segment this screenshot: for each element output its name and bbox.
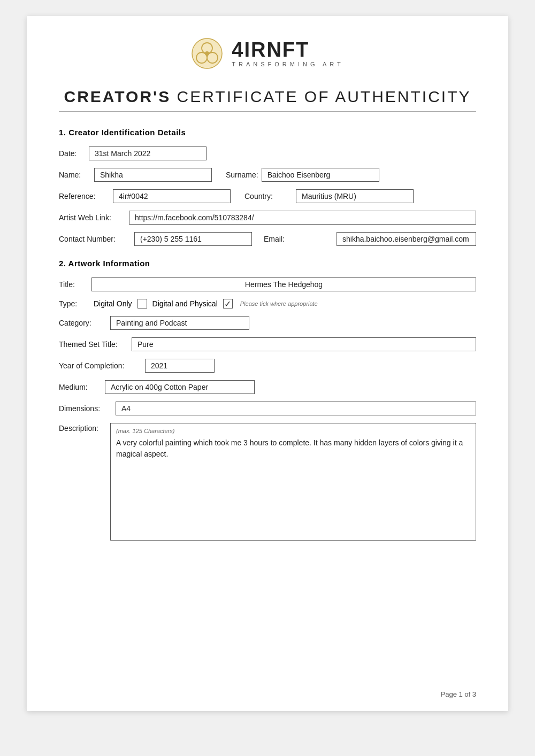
reference-row: Reference: 4ir#0042 Country: Mauritius (… (59, 189, 476, 203)
medium-label: Medium: (59, 383, 102, 391)
description-hint: (max. 125 Characters) (116, 428, 470, 434)
artwork-title-row: Title: Hermes The Hedgehog (59, 277, 476, 291)
digital-physical-checkbox[interactable]: ✓ (223, 299, 233, 308)
category-label: Category: (59, 319, 107, 327)
name-input[interactable]: Shikha (94, 168, 212, 182)
name-row: Name: Shikha Surname: Baichoo Eisenberg (59, 168, 476, 182)
page-footer: Page 1 of 3 (441, 690, 477, 698)
country-input[interactable]: Mauritius (MRU) (296, 189, 414, 203)
reference-label: Reference: (59, 192, 110, 200)
surname-label: Surname: (226, 171, 258, 179)
medium-row: Medium: Acrylic on 400g Cotton Paper (59, 380, 476, 394)
category-row: Category: Painting and Podcast (59, 316, 476, 330)
cert-title-light: CERTIFICATE OF AUTHENTICITY (171, 88, 471, 105)
artwork-title-label: Title: (59, 280, 88, 289)
weblink-row: Artist Web Link: https://m.facebook.com/… (59, 211, 476, 225)
description-label: Description: (59, 423, 107, 433)
reference-input[interactable]: 4ir#0042 (113, 189, 231, 203)
please-tick-label: Please tick where appropriate (240, 300, 318, 307)
contact-row: Contact Number: (+230) 5 255 1161 Email:… (59, 232, 476, 246)
year-input[interactable]: 2021 (145, 359, 215, 373)
dimensions-input[interactable]: A4 (116, 402, 476, 415)
weblink-input[interactable]: https://m.facebook.com/510783284/ (129, 211, 476, 225)
header: 4IRNFT TRANSFORMING ART (59, 37, 476, 72)
certificate-page: 4IRNFT TRANSFORMING ART CREATOR'S CERTIF… (27, 16, 508, 711)
weblink-label: Artist Web Link: (59, 213, 126, 222)
digital-only-checkbox[interactable] (137, 299, 147, 308)
section1: 1. Creator Identification Details Date: … (59, 128, 476, 246)
page-number: Page 1 of 3 (441, 690, 477, 698)
dimensions-row: Dimensions: A4 (59, 402, 476, 415)
year-row: Year of Completion: 2021 (59, 359, 476, 373)
cert-title: CREATOR'S CERTIFICATE OF AUTHENTICITY (59, 88, 476, 106)
type-digital-physical-label: Digital and Physical (152, 299, 218, 308)
type-label: Type: (59, 299, 88, 308)
medium-input[interactable]: Acrylic on 400g Cotton Paper (105, 380, 255, 394)
year-label: Year of Completion: (59, 361, 142, 370)
svg-point-4 (205, 51, 209, 56)
logo-text-block: 4IRNFT TRANSFORMING ART (232, 40, 343, 67)
type-row: Type: Digital Only Digital and Physical … (59, 299, 476, 308)
title-divider (59, 111, 476, 112)
email-input[interactable]: shikha.baichoo.eisenberg@gmail.com (337, 232, 476, 246)
description-box[interactable]: (max. 125 Characters) A very colorful pa… (110, 423, 476, 541)
logo-title: 4IRNFT (232, 40, 309, 60)
logo-area: 4IRNFT TRANSFORMING ART (191, 37, 343, 70)
country-label: Country: (244, 192, 293, 200)
section2: 2. Artwork Information Title: Hermes The… (59, 259, 476, 541)
themed-set-label: Themed Set Title: (59, 340, 128, 349)
dimensions-label: Dimensions: (59, 404, 112, 413)
date-label: Date: (59, 149, 86, 158)
type-digital-only-label: Digital Only (94, 299, 132, 308)
surname-input[interactable]: Baichoo Eisenberg (262, 168, 379, 182)
name-label: Name: (59, 171, 91, 179)
section2-heading: 2. Artwork Information (59, 259, 476, 268)
cert-title-bold: CREATOR'S (64, 88, 171, 105)
themed-set-input[interactable]: Pure (132, 337, 476, 351)
category-input[interactable]: Painting and Podcast (110, 316, 249, 330)
date-input[interactable]: 31st March 2022 (89, 146, 207, 160)
tick-icon: ✓ (224, 299, 231, 309)
logo-subtitle: TRANSFORMING ART (232, 61, 343, 67)
logo-icon (191, 37, 223, 70)
description-row: Description: (max. 125 Characters) A ver… (59, 423, 476, 541)
date-row: Date: 31st March 2022 (59, 146, 476, 160)
contact-label: Contact Number: (59, 235, 131, 243)
artwork-title-input[interactable]: Hermes The Hedgehog (91, 277, 476, 291)
section1-heading: 1. Creator Identification Details (59, 128, 476, 137)
description-text: A very colorful painting which took me 3… (116, 438, 463, 458)
themed-set-row: Themed Set Title: Pure (59, 337, 476, 351)
email-label: Email: (264, 235, 333, 243)
contact-input[interactable]: (+230) 5 255 1161 (134, 232, 252, 246)
